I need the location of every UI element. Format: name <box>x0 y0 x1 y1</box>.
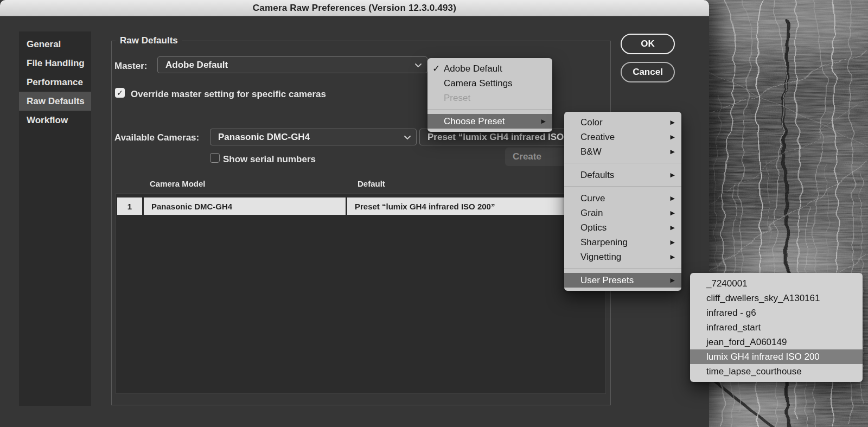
menu-item-curve[interactable]: Curve▶ <box>564 191 681 206</box>
menu-item-color[interactable]: Color▶ <box>564 115 681 130</box>
submenu-arrow-icon: ▶ <box>671 235 675 250</box>
menu-item-jean-ford[interactable]: jean_ford_A060149 <box>690 335 863 349</box>
menu-item-grain[interactable]: Grain▶ <box>564 206 681 220</box>
menu-item-sharpening[interactable]: Sharpening▶ <box>564 235 681 250</box>
override-checkbox[interactable]: ✓ <box>115 88 125 98</box>
available-cameras-value: Panasonic DMC-GH4 <box>218 132 310 143</box>
master-label: Master: <box>114 61 147 72</box>
menu-item-infrared-start[interactable]: infrared_start <box>690 320 863 335</box>
menu-item-preset: Preset <box>427 91 552 105</box>
sidebar-item-raw-defaults[interactable]: Raw Defaults <box>19 92 91 111</box>
menu-item-cliff-dwellers[interactable]: cliff_dwellers_sky_A130161 <box>690 291 863 305</box>
menu-item-adobe-default[interactable]: ✓ Adobe Default <box>427 61 552 76</box>
menu-item-bw[interactable]: B&W▶ <box>564 144 681 159</box>
menu-separator <box>564 268 681 269</box>
check-icon: ✓ <box>432 61 440 76</box>
screen: Camera Raw Preferences (Version 12.3.0.4… <box>0 0 868 427</box>
show-serial-checkbox[interactable] <box>210 153 220 163</box>
menu-item-7240001[interactable]: _7240001 <box>690 276 863 291</box>
submenu-arrow-icon: ▶ <box>541 114 546 129</box>
cancel-button[interactable]: Cancel <box>621 62 675 82</box>
menu-item-infrared-g6[interactable]: infrared - g6 <box>690 305 863 320</box>
choose-preset-submenu: Color▶ Creative▶ B&W▶ Defaults▶ Curve▶ G… <box>564 112 681 291</box>
window-titlebar[interactable]: Camera Raw Preferences (Version 12.3.0.4… <box>0 0 709 16</box>
submenu-arrow-icon: ▶ <box>671 220 675 235</box>
master-popup-menu: ✓ Adobe Default Camera Settings Preset C… <box>427 58 552 132</box>
menu-separator <box>564 163 681 163</box>
row-camera-cell: Panasonic DMC-GH4 <box>144 197 346 215</box>
menu-item-choose-preset[interactable]: Choose Preset ▶ <box>427 114 552 129</box>
menu-item-creative[interactable]: Creative▶ <box>564 130 681 144</box>
menu-separator <box>427 109 552 110</box>
available-cameras-label: Available Cameras: <box>114 132 199 143</box>
menu-item-camera-settings[interactable]: Camera Settings <box>427 76 552 91</box>
row-index-cell: 1 <box>117 197 142 215</box>
sidebar-item-performance[interactable]: Performance <box>19 73 91 92</box>
submenu-arrow-icon: ▶ <box>671 191 675 206</box>
window-title: Camera Raw Preferences (Version 12.3.0.4… <box>253 3 456 14</box>
available-cameras-select[interactable]: Panasonic DMC-GH4 <box>210 129 417 145</box>
sidebar-item-file-handling[interactable]: File Handling <box>19 54 91 73</box>
table-header-default: Default <box>358 179 385 188</box>
chevron-down-icon <box>404 136 411 139</box>
menu-item-defaults[interactable]: Defaults▶ <box>564 168 681 182</box>
submenu-arrow-icon: ▶ <box>671 144 675 159</box>
menu-item-time-lapse-courthouse[interactable]: time_lapse_courthouse <box>690 364 863 379</box>
cameras-table: 1 Panasonic DMC-GH4 Preset “lumix GH4 in… <box>116 193 606 394</box>
user-presets-submenu: _7240001 cliff_dwellers_sky_A130161 infr… <box>690 273 863 382</box>
menu-item-user-presets[interactable]: User Presets▶ <box>564 273 681 288</box>
raw-defaults-legend: Raw Defaults <box>116 35 182 46</box>
chevron-down-icon <box>415 63 422 67</box>
check-icon: ✓ <box>117 88 123 97</box>
submenu-arrow-icon: ▶ <box>671 206 675 220</box>
submenu-arrow-icon: ▶ <box>671 115 675 130</box>
menu-separator <box>564 186 681 187</box>
menu-item-vignetting[interactable]: Vignetting▶ <box>564 250 681 264</box>
submenu-arrow-icon: ▶ <box>671 273 675 288</box>
ok-button[interactable]: OK <box>621 34 675 54</box>
override-label: Override master setting for specific cam… <box>131 89 326 100</box>
menu-item-optics[interactable]: Optics▶ <box>564 220 681 235</box>
sidebar-item-general[interactable]: General <box>19 35 91 54</box>
sidebar: General File Handling Performance Raw De… <box>19 31 91 406</box>
camera-default-value: Preset “lumix GH4 infrared ISO 200” <box>427 132 586 143</box>
sidebar-item-workflow[interactable]: Workflow <box>19 111 91 130</box>
show-serial-label: Show serial numbers <box>223 154 316 165</box>
master-select-value: Adobe Default <box>165 60 228 71</box>
submenu-arrow-icon: ▶ <box>671 250 675 264</box>
submenu-arrow-icon: ▶ <box>671 168 675 182</box>
submenu-arrow-icon: ▶ <box>671 130 675 144</box>
table-row[interactable]: 1 Panasonic DMC-GH4 Preset “lumix GH4 in… <box>117 197 604 215</box>
master-select[interactable]: Adobe Default <box>157 56 427 73</box>
menu-item-lumix-gh4-infrared[interactable]: lumix GH4 infrared ISO 200 <box>690 349 863 364</box>
table-header-camera-model: Camera Model <box>150 179 206 188</box>
